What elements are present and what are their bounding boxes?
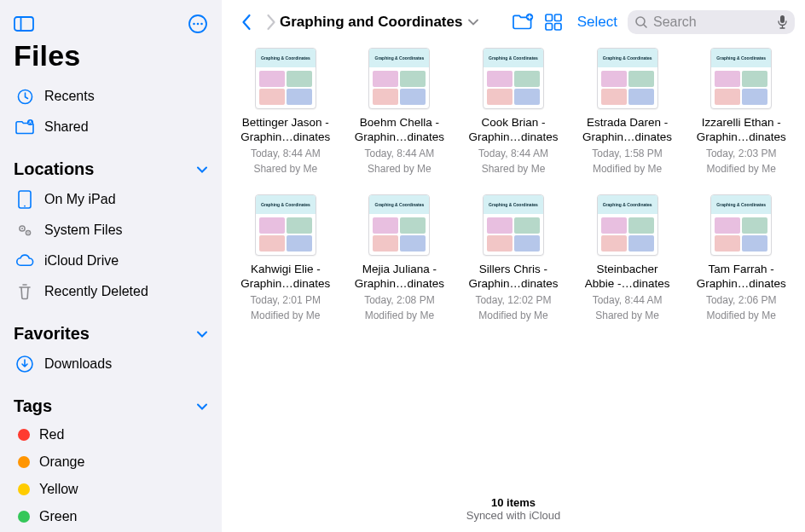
file-status: Modified by Me bbox=[707, 309, 776, 322]
search-input[interactable]: Search bbox=[628, 10, 795, 34]
file-timestamp: Today, 8:44 AM bbox=[364, 147, 434, 160]
new-folder-button[interactable] bbox=[509, 10, 536, 34]
section-label: Favorites bbox=[14, 324, 90, 344]
sidebar-item-label: iCloud Drive bbox=[44, 253, 119, 269]
item-count: 10 items bbox=[222, 496, 805, 509]
file-name: Estrada Daren -Graphin…dinates bbox=[582, 116, 672, 145]
file-timestamp: Today, 8:44 AM bbox=[478, 147, 548, 160]
file-item[interactable]: Graphing & CoordinatesIzzarelli Ethan -G… bbox=[687, 48, 795, 176]
dictation-icon[interactable] bbox=[777, 14, 788, 30]
download-icon bbox=[14, 355, 36, 373]
sidebar-quick: Recents Shared bbox=[0, 79, 222, 147]
file-timestamp: Today, 2:08 PM bbox=[364, 293, 435, 307]
section-label: Tags bbox=[14, 396, 52, 416]
back-button[interactable] bbox=[232, 10, 259, 34]
tag-dot-icon bbox=[18, 483, 30, 495]
file-item[interactable]: Graphing & CoordinatesBoehm Chella -Grap… bbox=[346, 48, 454, 176]
sidebar-header-favorites[interactable]: Favorites bbox=[0, 312, 222, 347]
tag-dot-icon bbox=[18, 511, 30, 523]
file-status: Shared by Me bbox=[368, 162, 431, 176]
sidebar-item-label: Downloads bbox=[44, 356, 112, 372]
sidebar-tag-green[interactable]: Green bbox=[0, 503, 222, 530]
section-label: Locations bbox=[14, 159, 94, 179]
file-item[interactable]: Graphing & CoordinatesSteinbacherAbbie -… bbox=[574, 194, 681, 322]
svg-point-4 bbox=[197, 23, 200, 26]
file-status: Modified by Me bbox=[707, 162, 776, 176]
sidebar-item-downloads[interactable]: Downloads bbox=[0, 349, 222, 379]
status-footer: 10 items Synced with iCloud bbox=[222, 489, 805, 532]
file-thumbnail: Graphing & Coordinates bbox=[368, 194, 430, 256]
file-item[interactable]: Graphing & CoordinatesMejia Juliana -Gra… bbox=[346, 194, 454, 322]
svg-rect-22 bbox=[780, 15, 785, 23]
file-status: Modified by Me bbox=[365, 309, 434, 322]
svg-point-3 bbox=[193, 23, 195, 26]
shared-folder-icon bbox=[14, 118, 36, 136]
file-status: Modified by Me bbox=[251, 309, 320, 322]
sidebar-tag-orange[interactable]: Orange bbox=[0, 448, 222, 476]
sidebar-tag-yellow[interactable]: Yellow bbox=[0, 476, 222, 503]
sidebar-item-system-files[interactable]: System Files bbox=[0, 215, 222, 246]
sidebar-item-label: Recents bbox=[44, 89, 95, 104]
file-thumbnail: Graphing & Coordinates bbox=[255, 194, 316, 256]
sidebar-item-label: Orange bbox=[39, 454, 84, 470]
sidebar-item-label: System Files bbox=[44, 223, 123, 238]
file-item[interactable]: Graphing & CoordinatesEstrada Daren -Gra… bbox=[574, 48, 681, 176]
file-status: Shared by Me bbox=[595, 309, 659, 322]
forward-button[interactable] bbox=[263, 10, 280, 34]
file-thumbnail: Graphing & Coordinates bbox=[710, 194, 772, 256]
svg-rect-19 bbox=[546, 24, 553, 31]
svg-rect-20 bbox=[554, 24, 561, 31]
trash-icon bbox=[14, 282, 36, 301]
file-item[interactable]: Graphing & CoordinatesKahwigi Elie -Grap… bbox=[232, 194, 339, 322]
file-timestamp: Today, 2:03 PM bbox=[706, 147, 777, 160]
view-mode-button[interactable] bbox=[540, 10, 567, 34]
sidebar: Files Recents Shared Locations On My iPa… bbox=[0, 0, 222, 532]
select-button[interactable]: Select bbox=[570, 14, 624, 31]
sidebar-item-label: Shared bbox=[44, 119, 89, 135]
more-options-button[interactable] bbox=[186, 12, 210, 36]
sidebar-header-tags[interactable]: Tags bbox=[0, 385, 222, 419]
file-name: Tam Farrah -Graphin…dinates bbox=[697, 263, 786, 292]
tag-dot-icon bbox=[18, 429, 30, 441]
file-thumbnail: Graphing & Coordinates bbox=[483, 194, 544, 256]
sidebar-group-locations: On My iPad System Files iCloud Drive Rec… bbox=[0, 182, 222, 312]
clock-icon bbox=[14, 87, 36, 106]
sidebar-item-on-my-ipad[interactable]: On My iPad bbox=[0, 184, 222, 215]
file-timestamp: Today, 8:44 AM bbox=[593, 293, 663, 307]
file-name: SteinbacherAbbie -…dinates bbox=[585, 263, 670, 292]
sidebar-tag-red[interactable]: Red bbox=[0, 421, 222, 448]
file-timestamp: Today, 2:06 PM bbox=[706, 293, 777, 307]
sidebar-header-locations[interactable]: Locations bbox=[0, 147, 222, 182]
breadcrumb-button[interactable]: Graphing and Coordinates bbox=[280, 14, 479, 31]
file-item[interactable]: Graphing & CoordinatesSillers Chris -Gra… bbox=[460, 194, 567, 322]
gears-icon bbox=[14, 221, 36, 240]
file-name: Sillers Chris -Graphin…dinates bbox=[468, 263, 558, 292]
sidebar-title: Files bbox=[0, 39, 222, 79]
file-status: Shared by Me bbox=[482, 162, 546, 176]
file-timestamp: Today, 1:58 PM bbox=[592, 147, 663, 160]
file-item[interactable]: Graphing & CoordinatesCook Brian -Graphi… bbox=[460, 48, 567, 176]
file-status: Shared by Me bbox=[253, 162, 317, 176]
svg-point-14 bbox=[27, 232, 29, 234]
sidebar-item-recently-deleted[interactable]: Recently Deleted bbox=[0, 276, 222, 307]
file-name: Bettinger Jason -Graphin…dinates bbox=[240, 116, 330, 145]
sidebar-item-shared[interactable]: Shared bbox=[0, 112, 222, 142]
file-item[interactable]: Graphing & CoordinatesTam Farrah -Graphi… bbox=[687, 194, 795, 322]
chevron-down-icon bbox=[194, 399, 210, 414]
sidebar-item-recents[interactable]: Recents bbox=[0, 81, 222, 112]
sidebar-item-label: Green bbox=[39, 509, 77, 524]
search-icon bbox=[634, 15, 648, 29]
svg-rect-0 bbox=[14, 17, 33, 31]
ipad-icon bbox=[14, 190, 36, 209]
sidebar-item-icloud-drive[interactable]: iCloud Drive bbox=[0, 246, 222, 276]
tag-dot-icon bbox=[18, 456, 30, 468]
file-thumbnail: Graphing & Coordinates bbox=[483, 48, 544, 109]
file-item[interactable]: Graphing & CoordinatesBettinger Jason -G… bbox=[232, 48, 339, 176]
cloud-icon bbox=[14, 252, 36, 270]
svg-point-12 bbox=[21, 228, 23, 229]
sidebar-toggle-button[interactable] bbox=[12, 12, 36, 36]
file-thumbnail: Graphing & Coordinates bbox=[597, 194, 658, 256]
file-name: Izzarelli Ethan -Graphin…dinates bbox=[697, 116, 786, 145]
file-timestamp: Today, 2:01 PM bbox=[251, 293, 321, 307]
sidebar-group-tags: Red Orange Yellow Green Blue bbox=[0, 419, 222, 532]
